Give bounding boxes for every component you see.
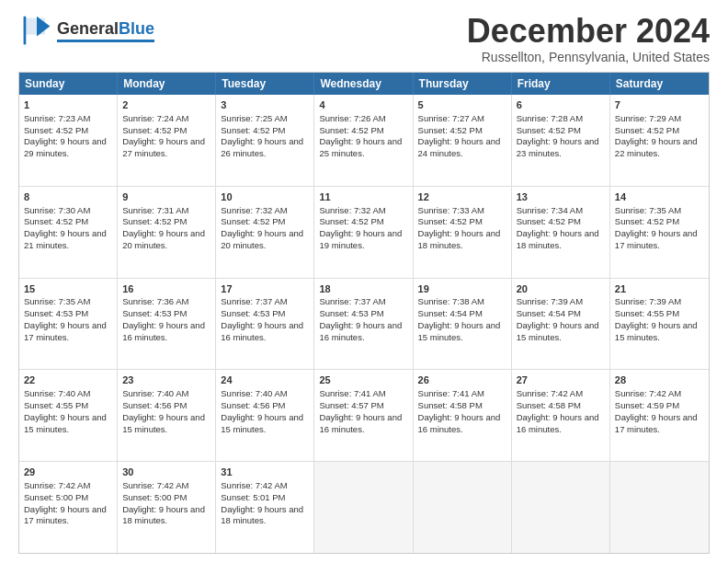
day-21: 21 Sunrise: 7:39 AMSunset: 4:55 PMDaylig… bbox=[610, 279, 709, 370]
day-3: 3 Sunrise: 7:25 AMSunset: 4:52 PMDayligh… bbox=[216, 95, 314, 186]
day-18: 18 Sunrise: 7:37 AMSunset: 4:53 PMDaylig… bbox=[314, 279, 413, 370]
day-25: 25 Sunrise: 7:41 AMSunset: 4:57 PMDaylig… bbox=[314, 370, 413, 461]
day-9: 9 Sunrise: 7:31 AMSunset: 4:52 PMDayligh… bbox=[118, 187, 216, 278]
logo-icon bbox=[18, 15, 55, 48]
header-sunday: Sunday bbox=[19, 73, 118, 95]
day-empty-2 bbox=[414, 462, 512, 553]
location: Russellton, Pennsylvania, United States bbox=[467, 50, 710, 64]
day-2: 2 Sunrise: 7:24 AMSunset: 4:52 PMDayligh… bbox=[118, 95, 216, 186]
week-row-1: 1 Sunrise: 7:23 AMSunset: 4:52 PMDayligh… bbox=[19, 95, 709, 187]
day-12: 12 Sunrise: 7:33 AMSunset: 4:52 PMDaylig… bbox=[414, 187, 512, 278]
header-friday: Friday bbox=[512, 73, 610, 95]
day-28: 28 Sunrise: 7:42 AMSunset: 4:59 PMDaylig… bbox=[610, 370, 709, 461]
header: GeneralBlue December 2024 Russellton, Pe… bbox=[18, 15, 710, 64]
day-26: 26 Sunrise: 7:41 AMSunset: 4:58 PMDaylig… bbox=[414, 370, 512, 461]
day-14: 14 Sunrise: 7:35 AMSunset: 4:52 PMDaylig… bbox=[610, 187, 709, 278]
day-20: 20 Sunrise: 7:39 AMSunset: 4:54 PMDaylig… bbox=[512, 279, 610, 370]
logo-general: General bbox=[57, 19, 119, 38]
day-24: 24 Sunrise: 7:40 AMSunset: 4:56 PMDaylig… bbox=[216, 370, 314, 461]
week-row-4: 22 Sunrise: 7:40 AMSunset: 4:55 PMDaylig… bbox=[19, 370, 709, 462]
title-block: December 2024 Russellton, Pennsylvania, … bbox=[467, 15, 710, 64]
day-1: 1 Sunrise: 7:23 AMSunset: 4:52 PMDayligh… bbox=[19, 95, 118, 186]
day-empty-4 bbox=[610, 462, 709, 553]
logo: GeneralBlue bbox=[18, 15, 154, 48]
header-tuesday: Tuesday bbox=[216, 73, 314, 95]
svg-rect-2 bbox=[24, 17, 27, 45]
logo-general-line: GeneralBlue bbox=[57, 20, 154, 39]
logo-underline bbox=[57, 40, 154, 42]
week-row-2: 8 Sunrise: 7:30 AMSunset: 4:52 PMDayligh… bbox=[19, 187, 709, 279]
header-saturday: Saturday bbox=[610, 73, 709, 95]
header-thursday: Thursday bbox=[414, 73, 512, 95]
day-empty-3 bbox=[512, 462, 610, 553]
header-wednesday: Wednesday bbox=[314, 73, 413, 95]
day-15: 15 Sunrise: 7:35 AMSunset: 4:53 PMDaylig… bbox=[19, 279, 118, 370]
logo-text-block: GeneralBlue bbox=[57, 20, 154, 43]
calendar: Sunday Monday Tuesday Wednesday Thursday… bbox=[18, 72, 710, 554]
day-7: 7 Sunrise: 7:29 AMSunset: 4:52 PMDayligh… bbox=[610, 95, 709, 186]
calendar-header: Sunday Monday Tuesday Wednesday Thursday… bbox=[19, 73, 709, 95]
logo-blue: Blue bbox=[119, 19, 154, 38]
day-27: 27 Sunrise: 7:42 AMSunset: 4:58 PMDaylig… bbox=[512, 370, 610, 461]
day-10: 10 Sunrise: 7:32 AMSunset: 4:52 PMDaylig… bbox=[216, 187, 314, 278]
day-23: 23 Sunrise: 7:40 AMSunset: 4:56 PMDaylig… bbox=[118, 370, 216, 461]
week-row-5: 29 Sunrise: 7:42 AMSunset: 5:00 PMDaylig… bbox=[19, 462, 709, 553]
day-6: 6 Sunrise: 7:28 AMSunset: 4:52 PMDayligh… bbox=[512, 95, 610, 186]
day-22: 22 Sunrise: 7:40 AMSunset: 4:55 PMDaylig… bbox=[19, 370, 118, 461]
day-17: 17 Sunrise: 7:37 AMSunset: 4:53 PMDaylig… bbox=[216, 279, 314, 370]
day-30: 30 Sunrise: 7:42 AMSunset: 5:00 PMDaylig… bbox=[118, 462, 216, 553]
day-29: 29 Sunrise: 7:42 AMSunset: 5:00 PMDaylig… bbox=[19, 462, 118, 553]
week-row-3: 15 Sunrise: 7:35 AMSunset: 4:53 PMDaylig… bbox=[19, 279, 709, 371]
month-title: December 2024 bbox=[467, 15, 710, 48]
day-empty-1 bbox=[314, 462, 413, 553]
header-monday: Monday bbox=[118, 73, 216, 95]
day-19: 19 Sunrise: 7:38 AMSunset: 4:54 PMDaylig… bbox=[414, 279, 512, 370]
day-31: 31 Sunrise: 7:42 AMSunset: 5:01 PMDaylig… bbox=[216, 462, 314, 553]
calendar-page: GeneralBlue December 2024 Russellton, Pe… bbox=[0, 0, 728, 563]
day-8: 8 Sunrise: 7:30 AMSunset: 4:52 PMDayligh… bbox=[19, 187, 118, 278]
day-5: 5 Sunrise: 7:27 AMSunset: 4:52 PMDayligh… bbox=[414, 95, 512, 186]
calendar-body: 1 Sunrise: 7:23 AMSunset: 4:52 PMDayligh… bbox=[19, 95, 709, 553]
day-13: 13 Sunrise: 7:34 AMSunset: 4:52 PMDaylig… bbox=[512, 187, 610, 278]
day-4: 4 Sunrise: 7:26 AMSunset: 4:52 PMDayligh… bbox=[314, 95, 413, 186]
day-16: 16 Sunrise: 7:36 AMSunset: 4:53 PMDaylig… bbox=[118, 279, 216, 370]
day-11: 11 Sunrise: 7:32 AMSunset: 4:52 PMDaylig… bbox=[314, 187, 413, 278]
